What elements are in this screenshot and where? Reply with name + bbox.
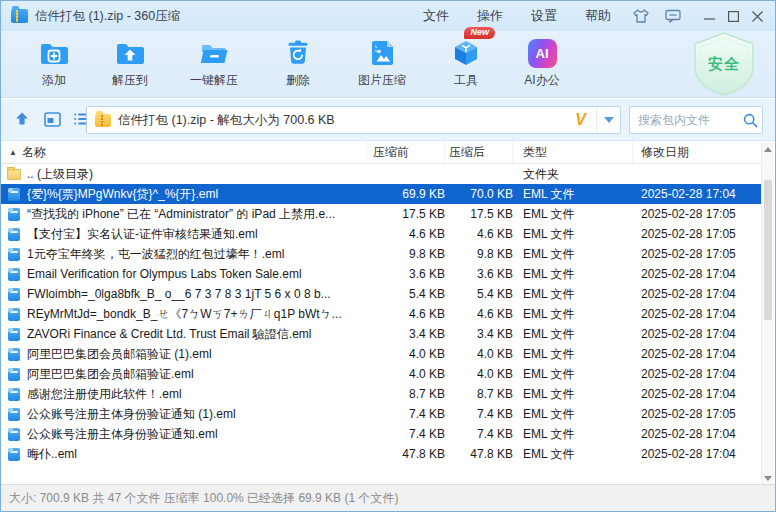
search-button[interactable] (738, 113, 762, 128)
minimize-button[interactable] (697, 5, 721, 27)
file-type-cell: EML 文件 (513, 446, 633, 463)
file-type-cell: EML 文件 (513, 286, 633, 303)
tools-icon (450, 37, 482, 69)
size-after-cell: 47.8 KB (445, 447, 513, 461)
table-row[interactable]: REyMrMtJd=_bondk_B_ㄝ《7ㄅWㄎ7+ㄌ厂ㄐq1P bWtㄅ..… (1, 304, 763, 324)
file-name-cell: {爱}%{票}MPgWnkv{贷}^_%{开}.eml (27, 186, 367, 203)
eml-file-icon (8, 268, 20, 281)
security-badge-label: 安全 (689, 55, 759, 74)
table-row[interactable]: 阿里巴巴集团会员邮箱验证.eml4.0 KB4.0 KBEML 文件2025-0… (1, 364, 763, 384)
eml-file-icon (8, 188, 20, 201)
size-before-cell: 3.4 KB (367, 327, 445, 341)
extract-to-button[interactable]: 解压到 (99, 31, 161, 93)
modified-date-cell: 2025-02-28 17:04 (633, 447, 763, 461)
one-click-extract-label: 一键解压 (190, 72, 238, 89)
menu-settings[interactable]: 设置 (517, 1, 571, 31)
ai-office-button[interactable]: AI AI办公 (511, 31, 573, 93)
table-row[interactable]: Email Verification for Olympus Labs Toke… (1, 264, 763, 284)
eml-file-icon (8, 428, 20, 441)
file-type-cell: EML 文件 (513, 386, 633, 403)
modified-date-cell: 2025-02-28 17:05 (633, 227, 763, 241)
delete-button[interactable]: 删除 (267, 31, 329, 93)
archive-path-text: 信件打包 (1).zip - 解包大小为 700.6 KB (118, 112, 575, 129)
size-before-cell: 7.4 KB (367, 407, 445, 421)
title-bar: 信件打包 (1).zip - 360压缩 文件 操作 设置 帮助 (1, 1, 775, 31)
security-badge[interactable]: 安全 (689, 31, 759, 97)
size-before-cell: 7.4 KB (367, 427, 445, 441)
table-row[interactable]: 1元夺宝年终奖，屯一波猛烈的红包过壕年！.eml9.8 KB9.8 KBEML … (1, 244, 763, 264)
size-after-cell: 5.4 KB (445, 287, 513, 301)
combobox-dropdown-button[interactable] (596, 107, 620, 133)
chevron-down-icon (604, 117, 614, 123)
folder-icon (7, 169, 21, 180)
column-header-name[interactable]: ▲ 名称 (1, 141, 367, 163)
extract-to-icon (114, 37, 146, 69)
thumbnail-view-icon (44, 112, 61, 127)
delete-icon (282, 37, 314, 69)
size-after-cell: 17.5 KB (445, 207, 513, 221)
table-row[interactable]: 公众账号注册主体身份验证通知.eml7.4 KB7.4 KBEML 文件2025… (1, 424, 763, 444)
new-badge: New (464, 27, 495, 39)
size-before-cell: 8.7 KB (367, 387, 445, 401)
table-row[interactable]: ZAVORi Finance & Credit Ltd. Trust Email… (1, 324, 763, 344)
table-row[interactable]: 晦仆..eml47.8 KB47.8 KBEML 文件2025-02-28 17… (1, 444, 763, 464)
search-input[interactable] (630, 113, 738, 127)
menu-file[interactable]: 文件 (409, 1, 463, 31)
file-type-cell: EML 文件 (513, 326, 633, 343)
one-click-extract-button[interactable]: 一键解压 (175, 31, 253, 93)
file-name-cell: “查找我的 iPhone” 已在 “Administrator” 的 iPad … (27, 206, 367, 223)
table-row[interactable]: FWloimbh=_0lga8bfk_B_ o__6 7 3 7 8 3 1jT… (1, 284, 763, 304)
size-after-cell: 7.4 KB (445, 407, 513, 421)
modified-date-cell: 2025-02-28 17:04 (633, 267, 763, 281)
size-after-cell: 4.6 KB (445, 307, 513, 321)
modified-date-cell: 2025-02-28 17:05 (633, 247, 763, 261)
vip-v-icon[interactable]: V (575, 111, 586, 129)
skin-button[interactable] (628, 5, 654, 27)
file-type-cell: EML 文件 (513, 226, 633, 243)
file-name-cell: 晦仆..eml (27, 446, 367, 463)
modified-date-cell: 2025-02-28 17:04 (633, 307, 763, 321)
table-row[interactable]: 公众账号注册主体身份验证通知 (1).eml7.4 KB7.4 KBEML 文件… (1, 404, 763, 424)
table-row[interactable]: 感谢您注册使用此软件！.eml8.7 KB8.7 KBEML 文件2025-02… (1, 384, 763, 404)
modified-date-cell: 2025-02-28 17:04 (633, 367, 763, 381)
eml-file-icon (8, 348, 20, 361)
modified-date-cell: 2025-02-28 17:04 (633, 347, 763, 361)
eml-file-icon (8, 248, 20, 261)
image-compress-button[interactable]: 图片压缩 (343, 31, 421, 93)
scroll-up-button[interactable] (762, 142, 774, 157)
thumbnail-view-button[interactable] (41, 108, 63, 130)
scrollbar[interactable] (761, 142, 774, 486)
scroll-thumb[interactable] (764, 180, 772, 320)
size-before-cell: 3.6 KB (367, 267, 445, 281)
size-after-cell: 8.7 KB (445, 387, 513, 401)
table-row[interactable]: {爱}%{票}MPgWnkv{贷}^_%{开}.eml69.9 KB70.0 K… (1, 184, 763, 204)
modified-date-cell: 2025-02-28 17:05 (633, 407, 763, 421)
shirt-icon (633, 9, 649, 23)
feedback-button[interactable] (660, 5, 686, 27)
table-row[interactable]: 阿里巴巴集团会员邮箱验证 (1).eml4.0 KB4.0 KBEML 文件20… (1, 344, 763, 364)
tools-button[interactable]: New 工具 (435, 31, 497, 93)
size-before-cell: 4.6 KB (367, 307, 445, 321)
close-button[interactable] (745, 5, 769, 27)
size-after-cell: 7.4 KB (445, 427, 513, 441)
table-row[interactable]: 【支付宝】实名认证-证件审核结果通知.eml4.6 KB4.6 KBEML 文件… (1, 224, 763, 244)
eml-file-icon (8, 408, 20, 421)
file-type-cell: EML 文件 (513, 266, 633, 283)
window-title: 信件打包 (1).zip - 360压缩 (35, 8, 180, 25)
list-header: ▲ 名称 压缩前 压缩后 类型 修改日期 (1, 141, 763, 164)
app-icon (11, 9, 28, 23)
add-button[interactable]: 添加 (23, 31, 85, 93)
archive-path-combobox[interactable]: 信件打包 (1).zip - 解包大小为 700.6 KB V (86, 106, 621, 134)
up-level-button[interactable] (11, 108, 33, 130)
size-before-cell: 4.0 KB (367, 367, 445, 381)
table-row[interactable]: .. (上级目录)文件夹 (1, 164, 763, 184)
maximize-button[interactable] (721, 5, 745, 27)
column-header-date[interactable]: 修改日期 (633, 141, 763, 163)
column-header-size-after[interactable]: 压缩后 (445, 141, 513, 163)
table-row[interactable]: “查找我的 iPhone” 已在 “Administrator” 的 iPad … (1, 204, 763, 224)
column-header-type[interactable]: 类型 (513, 141, 633, 163)
menu-help[interactable]: 帮助 (571, 1, 625, 31)
eml-file-icon (8, 328, 20, 341)
column-header-size-before[interactable]: 压缩前 (367, 141, 445, 163)
file-name-cell: 公众账号注册主体身份验证通知 (1).eml (27, 406, 367, 423)
